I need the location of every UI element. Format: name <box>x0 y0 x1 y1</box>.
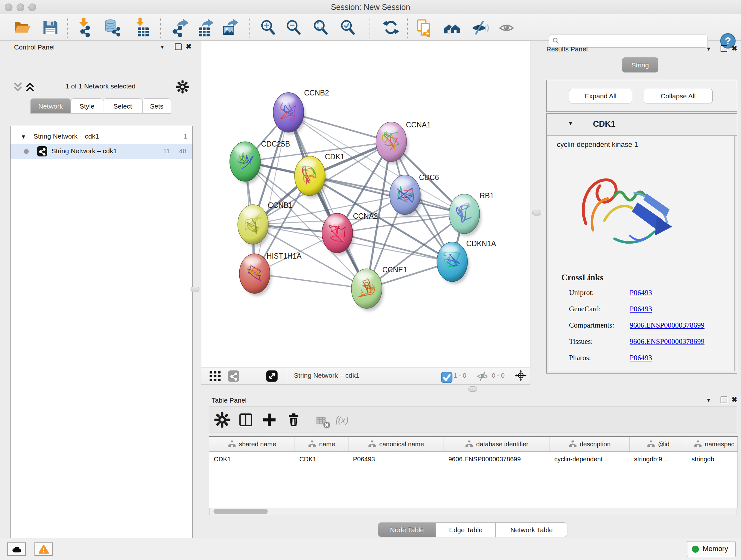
network-node-CCNB1[interactable] <box>238 205 270 247</box>
table-panel-maximize-button[interactable] <box>721 396 727 404</box>
crosslink-label: Uniprot: <box>569 289 594 297</box>
import-table-icon[interactable] <box>132 18 151 37</box>
left-splitter-handle[interactable] <box>191 287 199 292</box>
right-splitter-handle[interactable] <box>532 210 541 215</box>
entry-expander-icon[interactable]: ▼ <box>568 120 574 127</box>
export-table-icon[interactable] <box>196 18 214 37</box>
delete-column-icon[interactable] <box>285 412 302 428</box>
network-options-gear-button[interactable] <box>176 80 190 94</box>
tab-select[interactable]: Select <box>103 98 142 114</box>
export-image-icon[interactable] <box>220 18 239 37</box>
table-cell: stringdb <box>687 452 738 466</box>
crosslink-link[interactable]: P06493 <box>630 289 652 297</box>
cloud-icon <box>11 544 22 554</box>
network-tree: ▼ String Network – cdk1 1 String Network… <box>10 126 193 560</box>
selected-checkbox-icon[interactable] <box>441 371 450 381</box>
collapse-all-networks-button[interactable] <box>12 81 23 94</box>
import-network-icon[interactable] <box>75 18 93 37</box>
main-toolbar: ? <box>0 14 741 41</box>
table-cell: cyclin-dependent ... <box>550 452 630 466</box>
hide-selected-icon[interactable] <box>470 18 489 37</box>
tab-sets[interactable]: Sets <box>142 98 171 114</box>
network-collection-row[interactable]: ▼ String Network – cdk1 1 <box>10 129 192 144</box>
crosshair-navigate-icon[interactable] <box>515 369 528 383</box>
network-node-CDKN1A[interactable] <box>437 242 469 284</box>
network-node-CCNE1[interactable] <box>351 269 384 311</box>
zoom-selected-icon[interactable] <box>339 18 357 37</box>
results-panel-maximize-button[interactable] <box>721 45 727 53</box>
crosslink-link[interactable]: P06493 <box>630 354 652 362</box>
table-row[interactable]: CDK1CDK1P064939606.ENSP00000378699cyclin… <box>209 452 738 466</box>
cloud-button[interactable] <box>7 543 26 556</box>
import-database-icon[interactable] <box>103 18 122 37</box>
tab-string[interactable]: String <box>622 57 658 72</box>
table-horizontal-scrollbar[interactable] <box>209 508 737 515</box>
warnings-button[interactable] <box>35 543 53 556</box>
crosslink-link[interactable]: P06493 <box>630 305 652 313</box>
show-columns-icon[interactable] <box>238 412 254 428</box>
table-cell: P06493 <box>348 452 444 466</box>
table-panel-float-button[interactable]: ▼ <box>706 397 711 403</box>
grid-view-icon[interactable] <box>209 370 221 382</box>
network-collection-count: 1 <box>184 132 187 140</box>
column-header-canonical-name[interactable]: canonical name <box>348 437 444 451</box>
control-panel-close-button[interactable]: ✖ <box>186 44 192 50</box>
results-panel-close-button[interactable]: ✖ <box>731 45 737 52</box>
tab-edge-table[interactable]: Edge Table <box>436 522 495 537</box>
node-label-HIST1H1A: HIST1H1A <box>266 252 302 260</box>
export-network-icon[interactable] <box>171 18 189 37</box>
clone-network-icon[interactable] <box>415 18 433 37</box>
zoom-fit-icon[interactable] <box>312 18 330 37</box>
save-session-icon[interactable] <box>41 18 60 37</box>
expand-all-button[interactable]: Expand All <box>569 89 632 104</box>
delete-table-icon[interactable] <box>315 414 328 427</box>
network-row-selected[interactable]: String Network – cdk1 11 48 <box>10 144 192 159</box>
network-node-RB1[interactable] <box>449 194 481 236</box>
memory-status-dot <box>692 546 699 553</box>
column-header-database-identifier[interactable]: database identifier <box>444 437 550 451</box>
crosslink-link[interactable]: 9606.ENSP00000378699 <box>630 321 704 329</box>
show-all-icon[interactable] <box>497 18 516 37</box>
results-panel-float-button[interactable]: ▼ <box>706 46 711 52</box>
tree-expander-icon[interactable]: ▼ <box>21 134 26 140</box>
hidden-eye-icon[interactable] <box>476 370 488 382</box>
add-column-icon[interactable] <box>261 412 278 428</box>
collapse-all-button[interactable]: Collapse All <box>644 89 713 104</box>
scrollbar-thumb[interactable] <box>213 509 268 514</box>
column-header-name[interactable]: name <box>295 437 348 451</box>
edge-layer[interactable] <box>245 112 464 289</box>
control-panel-float-button[interactable]: ▼ <box>159 44 165 51</box>
network-canvas[interactable]: CCNB2CCNA1CDC25BCDK1CDC6RB1CCNB1CCNA2CDK… <box>201 40 530 367</box>
share-view-icon[interactable] <box>227 370 240 382</box>
column-header-shared-name[interactable]: shared name <box>209 437 295 451</box>
tab-network-table[interactable]: Network Table <box>495 522 567 537</box>
network-node-CDK1[interactable] <box>294 156 327 198</box>
zoom-out-icon[interactable] <box>284 18 303 37</box>
tab-style[interactable]: Style <box>71 98 103 114</box>
tab-network[interactable]: Network <box>30 98 71 114</box>
crosslinks-title: CrossLinks <box>561 273 603 283</box>
network-view-toolbar: String Network – cdk1 1 - 0 0 - 0 <box>201 367 530 385</box>
results-entry-header[interactable]: ▼ CDK1 <box>547 114 737 136</box>
function-builder-icon[interactable]: f(x) <box>334 412 351 428</box>
column-header-description[interactable]: description <box>550 437 630 451</box>
crosslink-link[interactable]: 9606.ENSP00000378699 <box>630 337 704 346</box>
network-node-CDC6[interactable] <box>390 175 422 217</box>
expand-all-networks-button[interactable] <box>24 81 36 94</box>
birdseye-view-icon[interactable] <box>266 370 278 382</box>
open-session-icon[interactable] <box>13 18 31 37</box>
zoom-in-icon[interactable] <box>259 18 277 37</box>
network-graph[interactable]: CCNB2CCNA1CDC25BCDK1CDC6RB1CCNB1CCNA2CDK… <box>201 41 530 367</box>
horizontal-splitter-handle[interactable] <box>468 386 477 392</box>
tab-node-table[interactable]: Node Table <box>378 522 436 537</box>
column-header-namespac[interactable]: namespac <box>687 437 738 451</box>
column-header--id[interactable]: @id <box>630 437 687 451</box>
home-icon[interactable] <box>443 18 461 37</box>
refresh-icon[interactable] <box>382 18 400 37</box>
table-settings-gear-icon[interactable] <box>214 412 230 428</box>
control-panel-maximize-button[interactable] <box>175 44 182 51</box>
table-panel-close-button[interactable]: ✖ <box>731 396 737 403</box>
network-view-title: String Network – cdk1 <box>294 372 359 379</box>
network-node-CCNB2[interactable] <box>273 92 306 135</box>
memory-button[interactable]: Memory <box>687 541 736 557</box>
